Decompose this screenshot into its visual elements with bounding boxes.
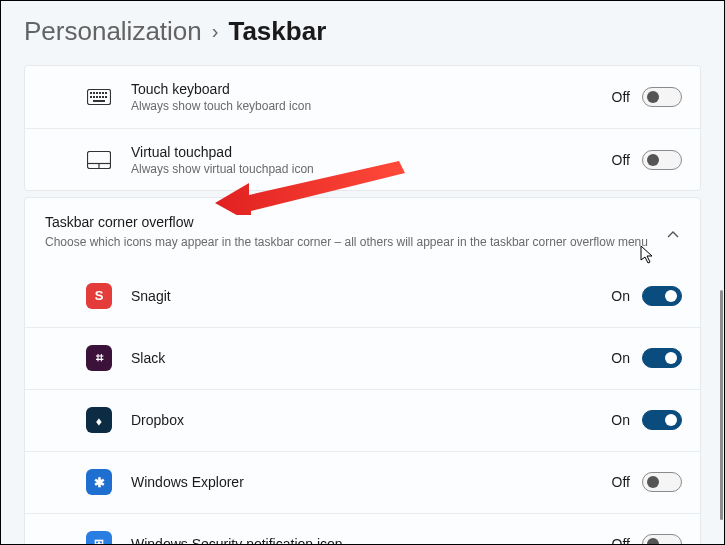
breadcrumb-parent[interactable]: Personalization bbox=[24, 16, 202, 47]
svg-rect-5 bbox=[102, 92, 104, 94]
row-virtual-touchpad[interactable]: Virtual touchpad Always show virtual tou… bbox=[25, 128, 700, 190]
dropbox-icon: ⬧ bbox=[86, 407, 112, 433]
svg-rect-2 bbox=[93, 92, 95, 94]
row-title: Virtual touchpad bbox=[131, 144, 602, 160]
section-description: Choose which icons may appear in the tas… bbox=[45, 234, 652, 251]
svg-rect-1 bbox=[90, 92, 92, 94]
app-label: Dropbox bbox=[131, 412, 602, 428]
shield-icon: ⛨ bbox=[86, 531, 112, 545]
svg-rect-3 bbox=[96, 92, 98, 94]
row-subtitle: Always show touch keyboard icon bbox=[131, 99, 602, 113]
app-label: Windows Security notification icon bbox=[131, 536, 602, 545]
svg-rect-7 bbox=[90, 96, 92, 98]
toggle-windows-security[interactable] bbox=[642, 534, 682, 545]
touchpad-icon bbox=[85, 146, 113, 174]
breadcrumb-current: Taskbar bbox=[228, 16, 326, 47]
row-touch-keyboard[interactable]: Touch keyboard Always show touch keyboar… bbox=[25, 66, 700, 128]
app-label: Snagit bbox=[131, 288, 602, 304]
toggle-dropbox[interactable] bbox=[642, 410, 682, 430]
svg-rect-12 bbox=[105, 96, 107, 98]
toggle-slack[interactable] bbox=[642, 348, 682, 368]
taskbar-corner-icons-panel: Touch keyboard Always show touch keyboar… bbox=[24, 65, 701, 191]
toggle-state-label: Off bbox=[602, 152, 630, 168]
taskbar-corner-overflow-panel: Taskbar corner overflow Choose which ico… bbox=[24, 197, 701, 545]
row-app-windows-security[interactable]: ⛨ Windows Security notification icon Off bbox=[25, 513, 700, 545]
toggle-state-label: On bbox=[602, 350, 630, 366]
toggle-snagit[interactable] bbox=[642, 286, 682, 306]
row-title: Touch keyboard bbox=[131, 81, 602, 97]
toggle-virtual-touchpad[interactable] bbox=[642, 150, 682, 170]
toggle-windows-explorer[interactable] bbox=[642, 472, 682, 492]
row-app-snagit[interactable]: S Snagit On bbox=[25, 265, 700, 327]
row-subtitle: Always show virtual touchpad icon bbox=[131, 162, 602, 176]
svg-rect-13 bbox=[93, 100, 105, 102]
svg-rect-6 bbox=[105, 92, 107, 94]
chevron-right-icon: › bbox=[212, 20, 219, 43]
svg-rect-8 bbox=[93, 96, 95, 98]
row-app-dropbox[interactable]: ⬧ Dropbox On bbox=[25, 389, 700, 451]
row-app-windows-explorer[interactable]: ✱ Windows Explorer Off bbox=[25, 451, 700, 513]
toggle-state-label: Off bbox=[602, 474, 630, 490]
toggle-state-label: Off bbox=[602, 536, 630, 545]
section-title: Taskbar corner overflow bbox=[45, 214, 652, 230]
svg-rect-10 bbox=[99, 96, 101, 98]
app-label: Windows Explorer bbox=[131, 474, 602, 490]
keyboard-icon bbox=[85, 83, 113, 111]
svg-rect-9 bbox=[96, 96, 98, 98]
toggle-state-label: Off bbox=[602, 89, 630, 105]
slack-icon: ⌗ bbox=[86, 345, 112, 371]
svg-rect-11 bbox=[102, 96, 104, 98]
row-app-slack[interactable]: ⌗ Slack On bbox=[25, 327, 700, 389]
toggle-touch-keyboard[interactable] bbox=[642, 87, 682, 107]
svg-rect-4 bbox=[99, 92, 101, 94]
app-label: Slack bbox=[131, 350, 602, 366]
snagit-icon: S bbox=[86, 283, 112, 309]
breadcrumb: Personalization › Taskbar bbox=[24, 16, 701, 47]
chevron-up-icon bbox=[666, 228, 680, 246]
bluetooth-icon: ✱ bbox=[86, 469, 112, 495]
toggle-state-label: On bbox=[602, 288, 630, 304]
section-header-overflow[interactable]: Taskbar corner overflow Choose which ico… bbox=[25, 198, 700, 265]
toggle-state-label: On bbox=[602, 412, 630, 428]
scrollbar[interactable] bbox=[720, 290, 723, 520]
